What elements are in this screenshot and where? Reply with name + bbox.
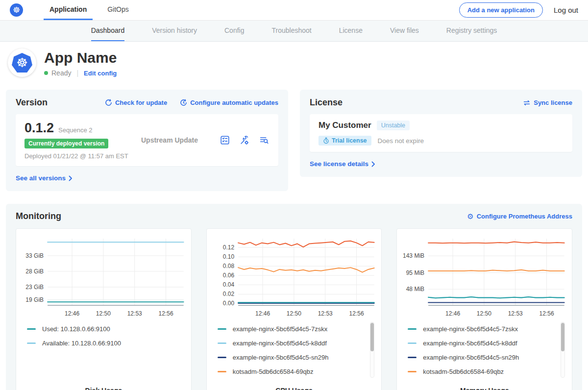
upstream-update-label: Upstream Update — [141, 136, 220, 144]
configure-automatic-updates-link[interactable]: Configure automatic updates — [180, 99, 278, 106]
edit-config-icon[interactable] — [239, 135, 250, 146]
svg-text:0.02: 0.02 — [222, 291, 234, 297]
gear-icon: ⚙ — [467, 213, 473, 220]
kubernetes-heptagon-icon: ☸ — [12, 53, 32, 73]
cpu-usage-legend: example-nginx-5bc6f5d4c5-7zskxexample-ng… — [218, 322, 375, 379]
monitoring-title: Monitoring — [16, 211, 61, 221]
tab-view-files[interactable]: View files — [390, 21, 419, 41]
app-sub-nav: Dashboard Version history Config Trouble… — [0, 21, 588, 42]
license-card-title: License — [310, 98, 343, 108]
version-number: 0.1.2 — [24, 121, 54, 136]
tab-license[interactable]: License — [339, 21, 363, 41]
legend-dash — [408, 371, 416, 372]
legend-scrollbar-thumb[interactable] — [561, 323, 564, 351]
legend-scrollbar[interactable] — [370, 322, 374, 378]
svg-text:33 GiB: 33 GiB — [25, 252, 44, 259]
disk-usage-chart-card: 12:4612:5012:5312:5619 GiB23 GiB28 GiB33… — [16, 228, 192, 390]
legend-label: example-nginx-5bc6f5d4c5-7zskx — [423, 325, 518, 333]
sync-license-link[interactable]: Sync license — [523, 99, 572, 106]
kubernetes-logo-icon: ☸ — [10, 3, 23, 17]
svg-text:12:56: 12:56 — [159, 310, 173, 317]
app-icon: ☸ — [8, 49, 36, 77]
page-title: App Name — [44, 49, 117, 66]
svg-text:12:46: 12:46 — [445, 310, 460, 317]
tab-troubleshoot[interactable]: Troubleshoot — [271, 21, 311, 41]
svg-text:12:56: 12:56 — [539, 310, 554, 317]
status-badge: Ready — [51, 69, 71, 77]
configure-prometheus-link[interactable]: ⚙ Configure Prometheus Address — [467, 213, 572, 220]
svg-text:12:50: 12:50 — [477, 310, 491, 317]
cpu-usage-chart: 12:4612:5012:5312:560.000.020.040.060.08… — [211, 234, 378, 318]
legend-label: example-nginx-5bc6f5d4c5-k8ddf — [233, 340, 327, 347]
check-for-update-link[interactable]: Check for update — [105, 99, 167, 106]
legend-label: Available: 10.128.0.66:9100 — [42, 340, 121, 347]
deployed-timestamp: Deployed 01/21/22 @ 11:57 am EST — [24, 152, 128, 160]
svg-text:12:46: 12:46 — [255, 310, 270, 317]
svg-text:19 GiB: 19 GiB — [25, 296, 44, 303]
app-header: ☸ App Name Ready | Edit config — [0, 42, 588, 86]
legend-item: example-nginx-5bc6f5d4c5-sn29h — [408, 350, 565, 365]
nav-tab-application[interactable]: Application — [44, 0, 93, 20]
chevron-right-icon — [69, 175, 73, 181]
legend-dash — [218, 342, 226, 344]
legend-item: Used: 10.128.0.66:9100 — [27, 322, 184, 336]
stopwatch-icon — [323, 137, 329, 144]
chart-title: Disk Usage — [20, 387, 187, 390]
memory-usage-legend: example-nginx-5bc6f5d4c5-7zskxexample-ng… — [408, 322, 565, 379]
svg-text:12:56: 12:56 — [349, 310, 364, 317]
memory-usage-chart: 12:4612:5012:5312:5648 MiB95 MiB143 MiB — [401, 234, 568, 318]
legend-dash — [408, 357, 416, 358]
svg-text:0.12: 0.12 — [222, 244, 234, 251]
legend-dash — [218, 328, 226, 330]
legend-item: kotsadm-5db6dc6584-69qbz — [218, 365, 375, 379]
see-license-details-link[interactable]: See license details — [310, 160, 375, 168]
legend-label: Used: 10.128.0.66:9100 — [42, 325, 110, 333]
nav-tab-gitops[interactable]: GitOps — [101, 0, 135, 20]
chart-title: Memory Usage — [401, 387, 568, 390]
svg-text:12:53: 12:53 — [508, 310, 523, 317]
license-card: License Sync license My Customer Unstabl… — [300, 90, 582, 177]
legend-label: example-nginx-5bc6f5d4c5-sn29h — [233, 354, 329, 361]
legend-scrollbar[interactable] — [561, 322, 565, 378]
legend-item: example-nginx-5bc6f5d4c5-k8ddf — [408, 336, 565, 350]
divider: | — [76, 69, 78, 77]
preflight-checks-icon[interactable] — [220, 135, 230, 146]
see-all-versions-link[interactable]: See all versions — [16, 174, 73, 182]
svg-text:143 MiB: 143 MiB — [403, 252, 424, 259]
add-new-application-button[interactable]: Add a new application — [459, 2, 543, 18]
legend-dash — [27, 342, 36, 344]
legend-scrollbar-thumb[interactable] — [370, 323, 374, 351]
svg-text:28 GiB: 28 GiB — [25, 268, 44, 275]
trial-license-badge: Trial license — [318, 136, 371, 146]
tab-dashboard[interactable]: Dashboard — [91, 21, 125, 41]
sequence-label: Sequence 2 — [58, 126, 92, 134]
svg-text:0.06: 0.06 — [222, 272, 234, 279]
version-card: Version Check for update Configure autom… — [6, 90, 288, 191]
svg-text:12:53: 12:53 — [318, 310, 332, 317]
chart-title: CPU Usage — [211, 387, 378, 390]
tab-registry-settings[interactable]: Registry settings — [446, 21, 497, 41]
svg-text:0.08: 0.08 — [222, 263, 234, 269]
svg-text:0.10: 0.10 — [222, 253, 234, 260]
refresh-icon — [105, 99, 112, 106]
edit-config-link[interactable]: Edit config — [84, 70, 117, 77]
status-dot — [44, 71, 48, 75]
tab-config[interactable]: Config — [224, 21, 244, 41]
view-files-icon[interactable] — [259, 135, 270, 146]
logout-button[interactable]: Log out — [554, 6, 578, 14]
svg-text:48 MiB: 48 MiB — [406, 286, 424, 292]
legend-item: example-nginx-5bc6f5d4c5-7zskx — [218, 322, 375, 336]
legend-dash — [218, 357, 226, 358]
legend-item: example-nginx-5bc6f5d4c5-7zskx — [408, 322, 565, 336]
clock-refresh-icon — [180, 99, 187, 106]
sync-icon — [523, 99, 531, 106]
svg-text:12:50: 12:50 — [96, 310, 111, 317]
legend-dash — [408, 328, 416, 330]
memory-usage-chart-card: 12:4612:5012:5312:5648 MiB95 MiB143 MiB … — [396, 228, 572, 390]
top-nav: ☸ Application GitOps Add a new applicati… — [0, 0, 588, 21]
svg-text:12:53: 12:53 — [127, 310, 142, 317]
legend-dash — [27, 328, 36, 330]
legend-label: example-nginx-5bc6f5d4c5-sn29h — [423, 354, 519, 361]
tab-version-history[interactable]: Version history — [152, 21, 197, 41]
svg-text:12:46: 12:46 — [65, 310, 79, 317]
